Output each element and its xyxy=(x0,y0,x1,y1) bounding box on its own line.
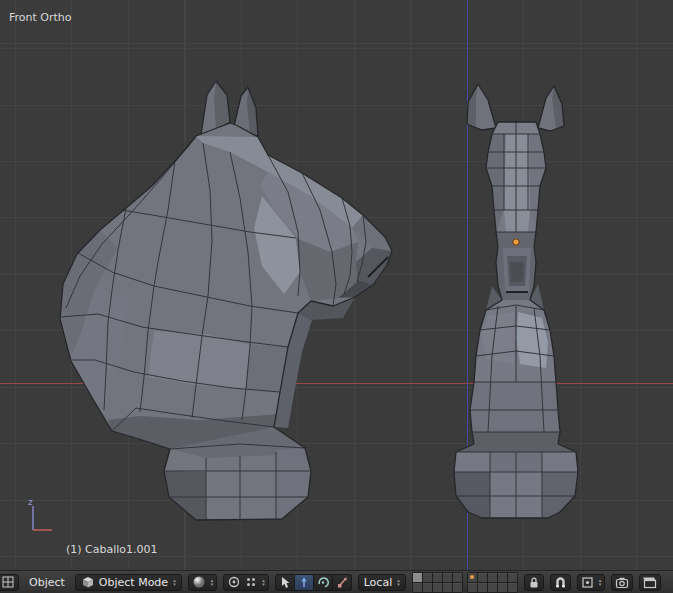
align-icon xyxy=(245,576,257,588)
scale-icon xyxy=(336,576,348,589)
editor-type-icon xyxy=(1,575,15,589)
layer-cell[interactable] xyxy=(488,583,497,592)
snap-element-icon xyxy=(581,576,594,589)
manipulator-group xyxy=(275,574,352,591)
object-origin-dot xyxy=(513,239,519,245)
dropdown-arrows-icon: ▴▾ xyxy=(599,578,602,586)
dropdown-arrows-icon: ▴▾ xyxy=(211,578,214,586)
magnet-icon xyxy=(554,576,567,589)
render-anim-button[interactable] xyxy=(639,574,661,591)
layer-cell[interactable] xyxy=(433,573,442,582)
viewport-header: Object Object Mode ▴▾ ▴▾ xyxy=(0,570,673,593)
layer-cell[interactable] xyxy=(498,583,507,592)
horse-head-side-mesh[interactable] xyxy=(60,81,392,520)
mode-dropdown[interactable]: Object Mode ▴▾ xyxy=(75,574,182,591)
manipulator-toggle-button[interactable] xyxy=(275,574,295,591)
scene-meshes xyxy=(0,0,673,570)
layer-cell[interactable] xyxy=(508,573,517,582)
viewport-3d[interactable]: Front Ortho z (1) Caballo1.001 xyxy=(0,0,673,570)
rotate-manipulator-button[interactable] xyxy=(314,574,333,591)
layer-cell[interactable] xyxy=(443,573,452,582)
layer-cell[interactable] xyxy=(453,573,462,582)
snap-element-dropdown[interactable]: ▴▾ xyxy=(577,574,606,591)
editor-type-button[interactable] xyxy=(0,574,19,591)
layers-group xyxy=(412,572,463,593)
dropdown-arrows-icon: ▴▾ xyxy=(397,578,400,586)
scale-manipulator-button[interactable] xyxy=(333,574,352,591)
lock-button[interactable] xyxy=(524,574,544,591)
dropdown-arrows-icon: ▴▾ xyxy=(173,578,176,586)
translate-manipulator-button[interactable] xyxy=(295,574,314,591)
layer-cell[interactable] xyxy=(443,583,452,592)
object-info-label: (1) Caballo1.001 xyxy=(66,543,158,556)
manipulator-hand-icon xyxy=(279,576,291,589)
mini-axis-gizmo: z xyxy=(18,496,58,540)
lock-icon xyxy=(528,576,540,589)
layers-widget xyxy=(412,572,518,593)
layer-cell[interactable] xyxy=(478,583,487,592)
layer-cell[interactable] xyxy=(488,573,497,582)
pivot-icon xyxy=(227,575,241,589)
render-still-button[interactable] xyxy=(611,574,633,591)
shading-dropdown[interactable]: ▴▾ xyxy=(188,574,218,591)
layer-cell[interactable] xyxy=(468,573,477,582)
snap-magnet-button[interactable] xyxy=(550,574,571,591)
layers-group xyxy=(467,572,518,593)
view-label: Front Ortho xyxy=(9,11,72,24)
layer-cell[interactable] xyxy=(413,583,422,592)
layer-cell[interactable] xyxy=(508,583,517,592)
orientation-dropdown-label: Local xyxy=(364,576,393,589)
dropdown-arrows-icon: ▴▾ xyxy=(262,578,265,586)
layer-cell[interactable] xyxy=(468,583,477,592)
pivot-dropdown[interactable]: ▴▾ xyxy=(223,574,269,591)
translate-icon xyxy=(298,576,310,589)
render-still-icon xyxy=(615,576,629,589)
rotate-icon xyxy=(317,576,329,589)
layer-cell[interactable] xyxy=(453,583,462,592)
layer-cell[interactable] xyxy=(433,583,442,592)
shading-sphere-icon xyxy=(192,575,206,589)
layer-cell[interactable] xyxy=(423,583,432,592)
orientation-dropdown[interactable]: Local ▴▾ xyxy=(358,574,406,591)
render-anim-icon xyxy=(643,576,657,589)
mode-dropdown-label: Object Mode xyxy=(99,576,168,589)
layer-cell[interactable] xyxy=(413,573,422,582)
layer-cell[interactable] xyxy=(423,573,432,582)
blender-window: Front Ortho z (1) Caballo1.001 Object Ob… xyxy=(0,0,673,593)
layer-cell[interactable] xyxy=(498,573,507,582)
object-menu[interactable]: Object xyxy=(25,576,69,589)
axis-z-label: z xyxy=(28,497,33,507)
horse-head-front-mesh[interactable] xyxy=(454,84,578,518)
mode-cube-icon xyxy=(81,575,95,589)
layer-cell[interactable] xyxy=(478,573,487,582)
